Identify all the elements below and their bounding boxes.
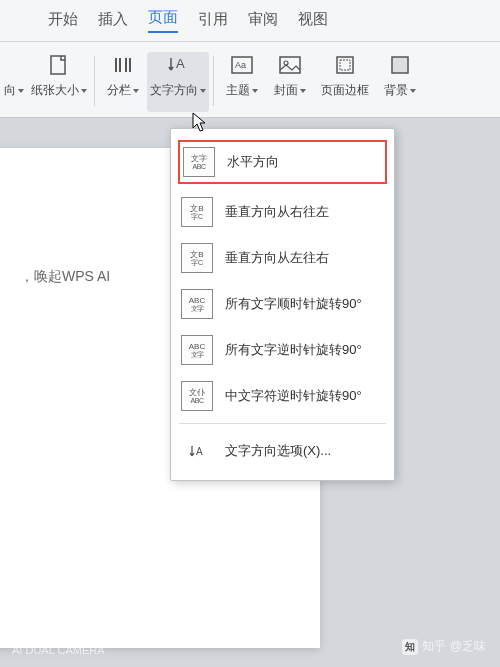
svg-text:A: A	[176, 56, 185, 71]
theme-button[interactable]: Aa 主题	[218, 52, 266, 112]
cover-button[interactable]: 封面	[266, 52, 314, 112]
theme-icon: Aa	[230, 52, 254, 78]
svg-text:Aa: Aa	[235, 60, 246, 70]
svg-rect-10	[337, 57, 353, 73]
svg-text:A: A	[196, 446, 203, 457]
menu-item-label: 文字方向选项(X)...	[225, 442, 331, 460]
text-direction-button[interactable]: A 文字方向	[147, 52, 209, 112]
separator	[94, 56, 95, 106]
menu-item-label: 中文字符逆时针旋转90°	[225, 387, 362, 405]
columns-button[interactable]: 分栏	[99, 52, 147, 112]
paper-size-icon	[48, 52, 70, 78]
orientation-button-partial[interactable]: 向	[0, 52, 28, 112]
ribbon: 向 纸张大小 分栏 A 文字方向 Aa 主题	[0, 42, 500, 118]
menu-divider	[179, 423, 386, 424]
menu-item-label: 所有文字顺时针旋转90°	[225, 295, 362, 313]
svg-rect-11	[340, 60, 350, 70]
background-button[interactable]: 背景	[376, 52, 424, 112]
rotate-cw-icon: ABC文字	[181, 289, 213, 319]
page-border-icon	[334, 52, 356, 78]
menu-item-label: 垂直方向从左往右	[225, 249, 329, 267]
vertical-rtl-icon: 文B字C	[181, 197, 213, 227]
app-window: 开始 插入 页面 引用 审阅 视图 向 纸张大小 分栏 A 文字方向	[0, 0, 500, 667]
menu-item-vertical-ltr[interactable]: 文B字C 垂直方向从左往右	[171, 235, 394, 281]
tab-reference[interactable]: 引用	[198, 10, 228, 33]
page-border-button[interactable]: 页面边框	[314, 52, 376, 112]
tab-view[interactable]: 视图	[298, 10, 328, 33]
cover-icon	[278, 52, 302, 78]
rotate-ccw-icon: ABC文字	[181, 335, 213, 365]
vertical-ltr-icon: 文B字C	[181, 243, 213, 273]
menu-item-rotate-ccw[interactable]: ABC文字 所有文字逆时针旋转90°	[171, 327, 394, 373]
zhihu-icon: 知	[402, 639, 418, 655]
zhihu-watermark: 知 知乎 @乏味	[402, 638, 486, 655]
phone-watermark: MEIZU 16th AI DUAL CAMERA	[12, 626, 105, 657]
svg-rect-0	[51, 56, 65, 74]
horizontal-icon: 文字ABC	[183, 147, 215, 177]
tab-insert[interactable]: 插入	[98, 10, 128, 33]
menu-item-label: 垂直方向从右往左	[225, 203, 329, 221]
svg-rect-8	[280, 57, 300, 73]
tab-bar: 开始 插入 页面 引用 审阅 视图	[0, 0, 500, 42]
columns-icon	[112, 52, 134, 78]
background-icon	[389, 52, 411, 78]
menu-item-label: 所有文字逆时针旋转90°	[225, 341, 362, 359]
separator	[213, 56, 214, 106]
tab-start[interactable]: 开始	[48, 10, 78, 33]
text-direction-menu: 文字ABC 水平方向 文B字C 垂直方向从右往左 文B字C 垂直方向从左往右 A…	[170, 128, 395, 481]
tab-page[interactable]: 页面	[148, 8, 178, 33]
options-icon: A	[181, 436, 213, 466]
menu-item-cjk-ccw[interactable]: 文仆ABC 中文字符逆时针旋转90°	[171, 373, 394, 419]
text-direction-icon: A	[167, 52, 189, 78]
paper-size-button[interactable]: 纸张大小	[28, 52, 90, 112]
menu-item-horizontal[interactable]: 文字ABC 水平方向	[177, 139, 388, 185]
menu-item-vertical-rtl[interactable]: 文B字C 垂直方向从右往左	[171, 189, 394, 235]
svg-rect-13	[392, 57, 408, 73]
menu-item-rotate-cw[interactable]: ABC文字 所有文字顺时针旋转90°	[171, 281, 394, 327]
tab-review[interactable]: 审阅	[248, 10, 278, 33]
cjk-ccw-icon: 文仆ABC	[181, 381, 213, 411]
menu-item-label: 水平方向	[227, 153, 279, 171]
menu-item-options[interactable]: A 文字方向选项(X)...	[171, 428, 394, 474]
cursor-icon	[192, 112, 208, 134]
